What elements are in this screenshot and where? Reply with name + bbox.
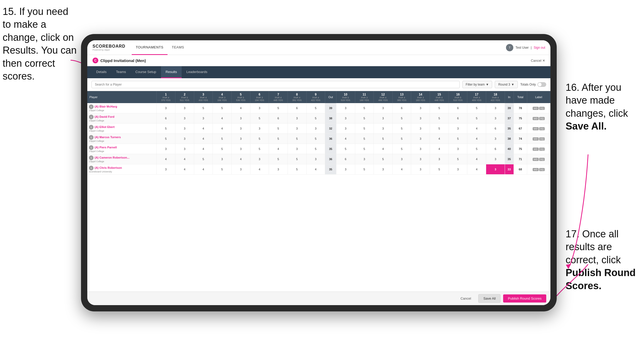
hole-14[interactable]: 3 bbox=[411, 124, 430, 134]
badge-dq[interactable]: DQ bbox=[539, 148, 545, 151]
hole-3[interactable]: 3 bbox=[194, 113, 213, 124]
hole-5[interactable]: 4 bbox=[231, 103, 250, 113]
hole-17[interactable]: 4 bbox=[467, 134, 486, 144]
hole-16[interactable]: 6 bbox=[448, 113, 467, 124]
hole-10[interactable]: 5 bbox=[336, 144, 355, 154]
hole-15[interactable]: 5 bbox=[430, 164, 449, 175]
badge-wd[interactable]: WD bbox=[533, 107, 539, 110]
search-input[interactable] bbox=[91, 81, 460, 88]
hole-9[interactable]: 3 bbox=[306, 154, 325, 164]
badge-wd[interactable]: WD bbox=[533, 168, 539, 171]
tab-leaderboards[interactable]: Leaderboards bbox=[182, 66, 212, 78]
badge-wd[interactable]: WD bbox=[533, 127, 539, 130]
hole-7[interactable]: 5 bbox=[269, 124, 288, 134]
hole-9[interactable]: 5 bbox=[306, 134, 325, 144]
hole-5[interactable]: 3 bbox=[231, 164, 250, 175]
hole-17[interactable]: 4 bbox=[467, 124, 486, 134]
hole-2[interactable]: 4 bbox=[175, 164, 194, 175]
hole-1[interactable]: 3 bbox=[157, 144, 175, 154]
hole-14[interactable]: 3 bbox=[411, 134, 430, 144]
hole-8[interactable]: 3 bbox=[288, 144, 306, 154]
hole-12[interactable]: 3 bbox=[374, 103, 393, 113]
hole-16[interactable]: 6 bbox=[448, 103, 467, 113]
hole-2[interactable]: 4 bbox=[175, 154, 194, 164]
hole-6[interactable]: 3 bbox=[250, 124, 269, 134]
hole-16[interactable]: 5 bbox=[448, 154, 467, 164]
hole-1[interactable]: 4 bbox=[157, 154, 175, 164]
hole-3[interactable]: 4 bbox=[194, 124, 213, 134]
hole-12[interactable]: 3 bbox=[374, 164, 393, 175]
hole-8[interactable]: 3 bbox=[288, 113, 306, 124]
hole-16[interactable]: 5 bbox=[448, 134, 467, 144]
hole-6[interactable]: 5 bbox=[250, 144, 269, 154]
hole-5[interactable]: 3 bbox=[231, 124, 250, 134]
hole-12[interactable]: 3 bbox=[374, 113, 393, 124]
hole-18[interactable]: 3 bbox=[486, 154, 505, 164]
hole-5[interactable]: 3 bbox=[231, 113, 250, 124]
cancel-button[interactable]: Cancel bbox=[456, 294, 476, 303]
hole-6[interactable]: 5 bbox=[250, 134, 269, 144]
hole-10[interactable]: 6 bbox=[336, 154, 355, 164]
hole-17[interactable]: 4 bbox=[467, 154, 486, 164]
hole-7[interactable]: 4 bbox=[269, 144, 288, 154]
hole-5[interactable]: 3 bbox=[231, 144, 250, 154]
hole-3[interactable]: 5 bbox=[194, 154, 213, 164]
hole-17[interactable]: 5 bbox=[467, 103, 486, 113]
hole-12[interactable]: 3 bbox=[374, 124, 393, 134]
hole-1[interactable]: 5 bbox=[157, 134, 175, 144]
hole-12[interactable]: 5 bbox=[374, 134, 393, 144]
hole-9[interactable]: 5 bbox=[306, 113, 325, 124]
hole-8[interactable]: 5 bbox=[288, 164, 306, 175]
hole-3[interactable]: 5 bbox=[194, 103, 213, 113]
totals-only-toggle[interactable]: Totals Only bbox=[520, 82, 546, 87]
hole-6[interactable]: 4 bbox=[250, 164, 269, 175]
badge-dq[interactable]: DQ bbox=[539, 127, 545, 130]
hole-10[interactable]: 3 bbox=[336, 164, 355, 175]
hole-12[interactable]: 4 bbox=[374, 144, 393, 154]
hole-6[interactable]: 3 bbox=[250, 154, 269, 164]
hole-14[interactable]: 3 bbox=[411, 144, 430, 154]
hole-18[interactable]: 3 bbox=[486, 134, 505, 144]
badge-wd[interactable]: WD bbox=[533, 158, 539, 161]
hole-4[interactable]: 5 bbox=[213, 144, 232, 154]
hole-11[interactable]: 5 bbox=[355, 134, 374, 144]
hole-13[interactable]: 5 bbox=[392, 113, 411, 124]
hole-6[interactable]: 5 bbox=[250, 113, 269, 124]
hole-2[interactable]: 3 bbox=[175, 144, 194, 154]
hole-13[interactable]: 5 bbox=[392, 124, 411, 134]
hole-10[interactable]: 3 bbox=[336, 103, 355, 113]
nav-teams[interactable]: TEAMS bbox=[168, 40, 188, 55]
hole-7[interactable]: 5 bbox=[269, 134, 288, 144]
round-selector[interactable]: Round 3 ▼ bbox=[495, 81, 518, 88]
hole-5[interactable]: 4 bbox=[231, 154, 250, 164]
hole-7[interactable]: 5 bbox=[269, 103, 288, 113]
tournament-cancel-button[interactable]: Cancel ✕ bbox=[531, 59, 545, 63]
hole-14[interactable]: 3 bbox=[411, 113, 430, 124]
hole-11[interactable]: 5 bbox=[355, 124, 374, 134]
badge-wd[interactable]: WD bbox=[533, 148, 539, 151]
hole-10[interactable]: 3 bbox=[336, 124, 355, 134]
hole-3[interactable]: 4 bbox=[194, 134, 213, 144]
hole-2[interactable]: 3 bbox=[175, 134, 194, 144]
hole-18[interactable]: 3 bbox=[486, 103, 505, 113]
hole-11[interactable]: 5 bbox=[355, 164, 374, 175]
hole-2[interactable]: 3 bbox=[175, 103, 194, 113]
hole-4[interactable]: 4 bbox=[213, 113, 232, 124]
hole-7[interactable]: 6 bbox=[269, 113, 288, 124]
hole-2[interactable]: 3 bbox=[175, 124, 194, 134]
hole-8[interactable]: 3 bbox=[288, 124, 306, 134]
hole-18[interactable]: 3 bbox=[486, 113, 505, 124]
hole-17[interactable]: 4 bbox=[467, 164, 486, 175]
hole-8[interactable]: 5 bbox=[288, 154, 306, 164]
hole-2[interactable]: 3 bbox=[175, 113, 194, 124]
hole-16[interactable]: 3 bbox=[448, 164, 467, 175]
badge-dq[interactable]: DQ bbox=[539, 137, 545, 141]
hole-10[interactable]: 3 bbox=[336, 113, 355, 124]
hole-12[interactable]: 5 bbox=[374, 154, 393, 164]
filter-by-team-button[interactable]: Filter by team ▼ bbox=[462, 81, 492, 88]
hole-18[interactable]: 6 bbox=[486, 144, 505, 154]
hole-14[interactable]: 3 bbox=[411, 103, 430, 113]
badge-dq[interactable]: DQ bbox=[539, 117, 545, 120]
tab-details[interactable]: Details bbox=[91, 66, 111, 78]
badge-dq[interactable]: DQ bbox=[539, 168, 545, 171]
